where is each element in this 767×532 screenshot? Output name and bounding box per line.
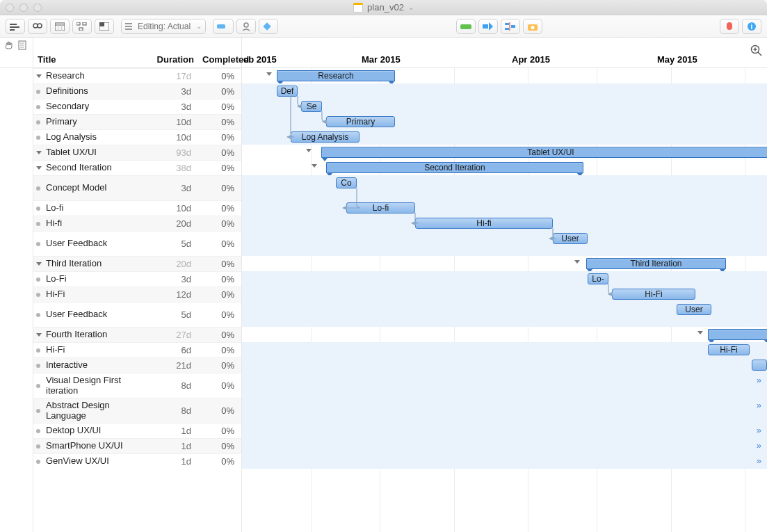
task-title-cell[interactable]: Secondary: [33, 102, 148, 112]
task-row[interactable]: Interactive21d0%: [33, 357, 241, 373]
task-row[interactable]: Hi-Fi12d0%: [33, 287, 241, 302]
gantt-group-bar[interactable]: [708, 329, 767, 340]
task-row[interactable]: User Feedback5d0%: [33, 231, 241, 256]
add-milestone-button[interactable]: [259, 19, 278, 34]
info-button[interactable]: i: [742, 19, 761, 34]
timeline-header[interactable]: eb 2015 Mar 2015 Apr 2015 May 2015: [242, 38, 767, 68]
view-resources-button[interactable]: [28, 19, 47, 34]
task-row[interactable]: Lo-Fi3d0%: [33, 271, 241, 287]
gantt-task-bar[interactable]: User: [553, 233, 588, 244]
col-title[interactable]: Title: [33, 51, 148, 67]
view-styles-button[interactable]: [95, 19, 114, 34]
task-title-cell[interactable]: SmartPhone UX/UI: [33, 441, 148, 451]
task-title-cell[interactable]: Visual Design First iteration: [33, 376, 148, 396]
task-row[interactable]: Second Iteration38d0%: [33, 160, 241, 175]
task-title-cell[interactable]: Dektop UX/UI: [33, 426, 148, 436]
task-title-cell[interactable]: Log Analysis: [33, 132, 148, 143]
disclosure-triangle-icon[interactable]: [574, 260, 581, 267]
disclosure-triangle-icon[interactable]: [36, 332, 43, 339]
task-row[interactable]: Lo-fi10d0%: [33, 200, 241, 216]
task-title-cell[interactable]: Abstract Design Language: [33, 401, 148, 421]
task-row[interactable]: Hi-fi20d0%: [33, 216, 241, 231]
col-duration[interactable]: Duration: [148, 51, 198, 67]
task-title-cell[interactable]: Hi-Fi: [33, 345, 148, 355]
task-title-cell[interactable]: Research: [33, 71, 148, 81]
task-row[interactable]: Primary10d0%: [33, 114, 241, 129]
task-row[interactable]: Secondary3d0%: [33, 99, 241, 114]
gantt-task-bar[interactable]: Primary: [326, 116, 395, 127]
disclosure-triangle-icon[interactable]: [36, 150, 43, 156]
task-title-cell[interactable]: User Feedback: [33, 239, 148, 249]
task-title-cell[interactable]: Lo-fi: [33, 203, 148, 213]
disclosure-triangle-icon[interactable]: [266, 72, 273, 79]
gantt-task-bar[interactable]: Lo-fi: [346, 202, 415, 213]
task-title-cell[interactable]: Definitions: [33, 86, 148, 97]
gantt-task-bar[interactable]: [752, 360, 767, 371]
task-title-cell[interactable]: Concept Model: [33, 183, 148, 193]
task-title-cell[interactable]: Primary: [33, 117, 148, 127]
task-title: Definitions: [46, 86, 88, 97]
task-row[interactable]: SmartPhone UX/UI1d0%: [33, 438, 241, 453]
disclosure-triangle-icon[interactable]: [36, 73, 43, 80]
snapshot-button[interactable]: [523, 19, 542, 34]
task-row[interactable]: Third Iteration20d0%: [33, 256, 241, 271]
task-title-cell[interactable]: Third Iteration: [33, 259, 148, 269]
task-title-cell[interactable]: Hi-fi: [33, 218, 148, 229]
gantt-task-bar[interactable]: Hi-fi: [415, 218, 553, 229]
task-row[interactable]: GenView UX/UI1d0%: [33, 453, 241, 469]
disclosure-triangle-icon[interactable]: [697, 331, 704, 338]
task-row[interactable]: Concept Model3d0%: [33, 175, 241, 200]
gantt-task-bar[interactable]: Se: [301, 101, 322, 112]
gantt-task-bar[interactable]: Def: [277, 86, 298, 97]
task-row[interactable]: Log Analysis10d0%: [33, 129, 241, 145]
gantt-task-bar[interactable]: Lo-: [588, 273, 608, 284]
task-row[interactable]: Dektop UX/UI1d0%: [33, 423, 241, 438]
disclosure-triangle-icon[interactable]: [36, 165, 43, 172]
view-calendar-button[interactable]: [50, 19, 70, 34]
hand-tool-icon[interactable]: [4, 40, 14, 50]
level-button[interactable]: [501, 19, 520, 34]
gantt-task-bar[interactable]: Log Analysis: [291, 131, 360, 143]
violations-button[interactable]: [720, 19, 739, 34]
task-row[interactable]: Abstract Design Language8d0%: [33, 398, 241, 423]
gantt-group-bar[interactable]: Second Iteration: [326, 162, 583, 173]
gantt-task-bar[interactable]: User: [677, 304, 711, 315]
gantt-task-bar[interactable]: Co: [336, 177, 357, 188]
task-title-cell[interactable]: Lo-Fi: [33, 274, 148, 284]
page-icon[interactable]: [18, 40, 26, 50]
gantt-row: Hi-Fi: [242, 342, 767, 357]
col-completed[interactable]: Completed: [198, 52, 241, 67]
gantt-chart[interactable]: ResearchDefSePrimaryLog AnalysisTablet U…: [242, 68, 767, 532]
gantt-group-bar[interactable]: Third Iteration: [586, 258, 726, 269]
task-title-cell[interactable]: User Feedback: [33, 309, 148, 320]
task-title-cell[interactable]: Fourth Iteration: [33, 330, 148, 340]
task-title-cell[interactable]: Second Iteration: [33, 163, 148, 173]
view-network-button[interactable]: [72, 19, 92, 34]
task-row[interactable]: Definitions3d0%: [33, 83, 241, 99]
gantt-group-bar[interactable]: Tablet UX/UI: [321, 147, 767, 158]
gantt-task-bar[interactable]: Hi-Fi: [612, 289, 695, 300]
chevron-down-icon[interactable]: ⌄: [408, 3, 414, 11]
disclosure-triangle-icon[interactable]: [312, 164, 318, 171]
task-title-cell[interactable]: Interactive: [33, 360, 148, 371]
disclosure-triangle-icon[interactable]: [36, 261, 43, 268]
catchup-button[interactable]: [456, 19, 476, 34]
reschedule-button[interactable]: [478, 19, 498, 34]
task-row[interactable]: User Feedback5d0%: [33, 302, 241, 327]
task-title-cell[interactable]: GenView UX/UI: [33, 456, 148, 467]
task-row[interactable]: Tablet UX/UI93d0%: [33, 145, 241, 160]
add-resource-button[interactable]: [236, 19, 256, 34]
gantt-task-bar[interactable]: Hi-Fi: [708, 344, 750, 355]
zoom-in-icon[interactable]: [750, 45, 763, 59]
view-gantt-button[interactable]: [6, 19, 25, 34]
task-row[interactable]: Hi-Fi6d0%: [33, 342, 241, 357]
task-row[interactable]: Research17d0%: [33, 68, 241, 83]
editing-mode-selector[interactable]: Editing: Actual ⌄: [121, 19, 206, 34]
task-row[interactable]: Visual Design First iteration8d0%: [33, 373, 241, 398]
task-row[interactable]: Fourth Iteration27d0%: [33, 327, 241, 342]
gantt-group-bar[interactable]: Research: [277, 70, 395, 81]
add-task-button[interactable]: [213, 19, 234, 34]
task-title-cell[interactable]: Tablet UX/UI: [33, 147, 148, 158]
task-title-cell[interactable]: Hi-Fi: [33, 289, 148, 300]
disclosure-triangle-icon[interactable]: [306, 149, 313, 156]
